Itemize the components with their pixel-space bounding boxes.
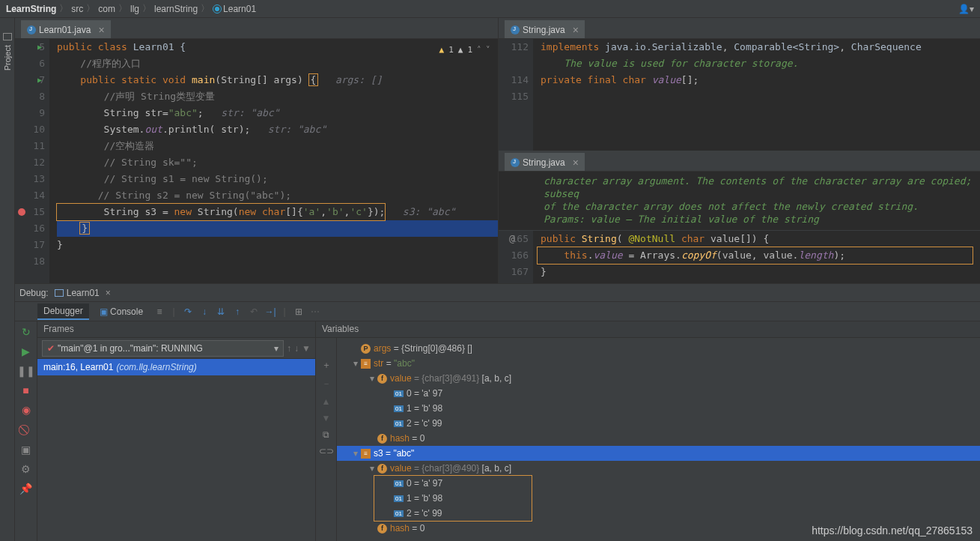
close-icon[interactable]: × bbox=[106, 288, 111, 298]
variable-row[interactable]: ▾fvalue = {char[3]@490} [a, b, c] bbox=[337, 461, 980, 476]
breadcrumb-item[interactable]: llg bbox=[130, 4, 139, 14]
breadcrumb-item[interactable]: com bbox=[98, 4, 115, 14]
gutter-right-top[interactable]: 112 114115 bbox=[499, 39, 533, 151]
remove-watch-icon[interactable]: － bbox=[322, 378, 331, 390]
add-watch-icon[interactable]: ＋ bbox=[322, 359, 331, 372]
breadcrumb-item[interactable]: learnString bbox=[154, 4, 198, 14]
code-area-left[interactable]: ▶56▶789101112131415161718 ▲1 ▲1 ˄ ˅ publ… bbox=[15, 39, 498, 283]
variable-row[interactable]: 012 = 'c' 99 bbox=[337, 416, 980, 431]
variable-row[interactable]: ▾≡s3 = "abc" bbox=[337, 446, 980, 461]
watermark: https://blog.csdn.net/qq_27865153 bbox=[812, 525, 973, 537]
variable-row[interactable]: 010 = 'a' 97 bbox=[337, 476, 980, 491]
chevron-down-icon: ▾ bbox=[274, 343, 279, 354]
pin-icon[interactable]: 📌 bbox=[19, 483, 32, 495]
close-icon[interactable]: × bbox=[573, 159, 579, 166]
user-menu-icon[interactable]: 👤▾ bbox=[958, 4, 974, 14]
stack-frame[interactable]: main:16, Learn01 (com.llg.learnString) bbox=[37, 359, 315, 375]
variable-row[interactable]: 011 = 'b' 98 bbox=[337, 401, 980, 416]
stop-icon[interactable]: ■ bbox=[22, 384, 28, 396]
variables-title: Variables bbox=[316, 321, 980, 338]
variables-tree[interactable]: Pargs = {String[0]@486} []▾≡str = "abc"▾… bbox=[337, 338, 980, 541]
show-watches-icon[interactable]: ⊂⊃ bbox=[319, 446, 334, 456]
frames-title: Frames bbox=[37, 321, 315, 338]
variables-column: Variables ＋ － ▲ ▼ ⧉ ⊂⊃ Pargs = {String[0… bbox=[316, 321, 980, 541]
code-right-top[interactable]: implements java.io.Serializable, Compara… bbox=[533, 39, 980, 151]
thread-selector-row: ✔ "main"@1 in gro..."main": RUNNING ▾ ↑ … bbox=[37, 338, 315, 359]
editor-pane-left: Learn01.java × ▶56▶789101112131415161718… bbox=[15, 18, 499, 283]
step-out-icon[interactable]: ↑ bbox=[231, 306, 243, 318]
up-icon[interactable]: ▲ bbox=[322, 396, 331, 407]
resume-icon[interactable]: ▶ bbox=[22, 345, 30, 357]
down-icon[interactable]: ▼ bbox=[322, 413, 331, 423]
inspection-strip[interactable]: ▲1 ▲1 ˄ ˅ bbox=[439, 42, 491, 58]
tab-label: String.java bbox=[523, 25, 565, 35]
breadcrumbs: LearnString〉src〉com〉llg〉learnString〉Lear… bbox=[6, 2, 256, 15]
tab-row-left: Learn01.java × bbox=[15, 18, 498, 39]
run-config-icon bbox=[55, 289, 64, 297]
project-tool-label[interactable]: Project bbox=[3, 45, 12, 70]
close-icon[interactable]: × bbox=[573, 26, 579, 34]
prev-frame-icon[interactable]: ↑ bbox=[287, 343, 291, 354]
code-area-right-top[interactable]: 112 114115 implements java.io.Serializab… bbox=[499, 39, 980, 151]
thread-dropdown[interactable]: ✔ "main"@1 in gro..."main": RUNNING ▾ bbox=[42, 340, 284, 357]
gutter-left[interactable]: ▶56▶789101112131415161718 bbox=[15, 39, 49, 283]
class-icon bbox=[213, 4, 222, 13]
pause-icon[interactable]: ❚❚ bbox=[17, 365, 35, 377]
force-step-into-icon[interactable]: ⇊ bbox=[215, 306, 227, 318]
next-frame-icon[interactable]: ↓ bbox=[294, 343, 299, 354]
tab-label: Learn01.java bbox=[39, 25, 91, 35]
step-into-icon[interactable]: ↓ bbox=[198, 306, 210, 318]
variable-row[interactable]: Pargs = {String[0]@486} [] bbox=[337, 341, 980, 356]
copy-icon[interactable]: ⧉ bbox=[323, 429, 329, 440]
variable-row[interactable]: 011 = 'b' 98 bbox=[337, 491, 980, 506]
weak-warning-icon: ▲ bbox=[458, 42, 463, 58]
check-icon: ✔ bbox=[47, 343, 55, 354]
evaluate-icon[interactable]: ⊞ bbox=[293, 306, 305, 318]
top-bar: LearnString〉src〉com〉llg〉learnString〉Lear… bbox=[0, 0, 980, 18]
editor-pane-right: String.java × 112 114115 implements java… bbox=[499, 18, 980, 283]
breadcrumb-item[interactable]: Learn01 bbox=[213, 4, 256, 14]
debug-tool-window: Debug: Learn01 × Debugger ▣ Console ≡ | … bbox=[15, 283, 980, 541]
tab-row-right-bottom: String.java × bbox=[499, 151, 980, 172]
trace-icon[interactable]: ⋯ bbox=[309, 306, 321, 318]
warning-icon: ▲ bbox=[439, 42, 445, 58]
tool-window-bar-left: Project bbox=[0, 18, 15, 541]
thread-dump-icon[interactable]: ≡ bbox=[153, 306, 165, 318]
step-over-icon[interactable]: ↷ bbox=[182, 306, 194, 318]
debug-toolbar: Debugger ▣ Console ≡ | ↷ ↓ ⇊ ↑ ↶ →| | ⊞ … bbox=[15, 302, 980, 321]
debug-header: Debug: Learn01 × bbox=[15, 284, 980, 302]
project-tool-icon[interactable] bbox=[3, 33, 12, 40]
drop-frame-icon[interactable]: ↶ bbox=[248, 306, 260, 318]
camera-icon[interactable]: ▣ bbox=[21, 444, 31, 456]
debug-left-toolbar: ↻ ▶ ❚❚ ■ ◉ ⃠ ▣ ⚙ 📌 bbox=[15, 321, 37, 541]
next-highlight-icon[interactable]: ˅ bbox=[486, 42, 490, 58]
view-breakpoints-icon[interactable]: ◉ bbox=[22, 404, 31, 416]
code-left[interactable]: ▲1 ▲1 ˄ ˅ public class Learn01 { //程序的入口… bbox=[49, 39, 498, 283]
variable-row[interactable]: ▾fvalue = {char[3]@491} [a, b, c] bbox=[337, 371, 980, 386]
breadcrumb-item[interactable]: src bbox=[71, 4, 83, 14]
tab-string-bottom[interactable]: String.java × bbox=[505, 153, 585, 171]
variable-row[interactable]: 010 = 'a' 97 bbox=[337, 386, 980, 401]
run-to-cursor-icon[interactable]: →| bbox=[264, 306, 276, 318]
console-icon: ▣ bbox=[100, 306, 108, 317]
filter-icon[interactable]: ▼ bbox=[302, 343, 311, 354]
gutter-right-bottom[interactable]: @165166167168 bbox=[499, 231, 533, 283]
variable-row[interactable]: ▾≡str = "abc" bbox=[337, 356, 980, 371]
rerun-icon[interactable]: ↻ bbox=[22, 326, 31, 338]
tab-learn01[interactable]: Learn01.java × bbox=[21, 20, 111, 38]
tab-console[interactable]: ▣ Console bbox=[94, 304, 149, 319]
variable-row[interactable]: fhash = 0 bbox=[337, 431, 980, 446]
tab-debugger[interactable]: Debugger bbox=[37, 303, 89, 320]
javadoc-block-top: character array argument. The contents o… bbox=[499, 172, 980, 231]
prev-highlight-icon[interactable]: ˄ bbox=[477, 42, 481, 58]
debug-label: Debug: bbox=[19, 288, 49, 298]
code-area-right-bottom[interactable]: character array argument. The contents o… bbox=[499, 172, 980, 283]
breadcrumb-item[interactable]: LearnString bbox=[6, 4, 56, 14]
java-class-icon bbox=[27, 25, 36, 34]
close-icon[interactable]: × bbox=[98, 26, 104, 34]
debug-config-tab[interactable]: Learn01 × bbox=[55, 288, 111, 298]
variable-row[interactable]: 012 = 'c' 99 bbox=[337, 506, 980, 521]
settings-icon[interactable]: ⚙ bbox=[21, 463, 31, 475]
tab-string-top[interactable]: String.java × bbox=[505, 20, 585, 38]
code-right-bottom[interactable]: public String( @NotNull char value[]) { … bbox=[533, 231, 980, 283]
